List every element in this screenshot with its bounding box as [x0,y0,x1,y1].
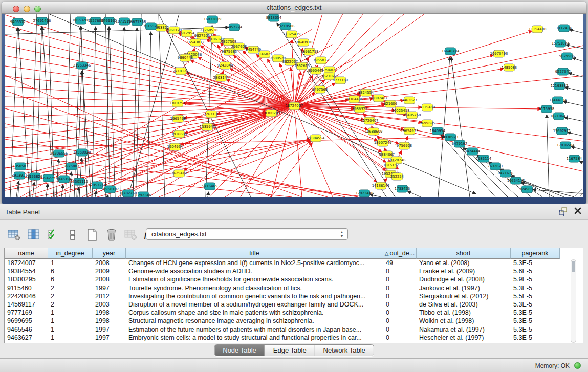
graph-node[interactable]: 1535945 [200,123,215,130]
column-header-year[interactable]: year [93,248,126,259]
graph-node[interactable]: 8813054 [266,14,281,21]
graph-node[interactable]: 2803144 [213,74,229,81]
network-canvas[interactable]: 1872400779638228960128891295422260538982… [5,14,583,197]
graph-node[interactable]: 1965498 [170,115,186,122]
table-selector-dropdown[interactable]: citations_edges.txt ▲▼ [146,228,348,240]
float-panel-icon[interactable] [558,207,568,216]
graph-node[interactable]: 7632621 [488,163,503,170]
graph-node[interactable]: 10654112 [507,177,525,184]
delete-table-icon[interactable] [124,228,138,242]
table-row[interactable]: 969969511998Structural magnetic resonanc… [5,317,583,325]
graph-node[interactable]: 15751074 [552,40,570,47]
graph-node[interactable]: 10653287 [72,17,90,24]
graph-node[interactable]: 1815152 [383,162,399,169]
table-vertical-scrollbar[interactable] [571,259,576,343]
graph-node[interactable]: 1292344 [136,192,151,197]
graph-node[interactable]: 8938923 [443,134,458,141]
graph-node[interactable]: 8115938 [539,105,554,113]
delete-column-icon[interactable] [104,228,119,242]
graph-node[interactable]: 10688609 [365,128,383,135]
table-row[interactable]: 1872400712008Changes of HCN gene express… [5,259,583,267]
graph-node[interactable]: 14136141 [372,182,390,189]
graph-node[interactable]: 3824554 [358,89,374,96]
graph-node[interactable]: 12193832 [551,82,569,90]
graph-node[interactable]: 7955812 [313,57,329,64]
graph-node[interactable]: 10973493 [490,50,508,57]
graph-node[interactable]: 1840954 [430,127,445,135]
graph-node[interactable]: 9245652 [519,186,535,193]
graph-node[interactable]: 6466160 [101,17,117,25]
window-titlebar[interactable]: citations_edges.txt [2,2,586,14]
graph-node[interactable]: 12444134 [549,97,567,104]
table-row[interactable]: 946362711997Embryonic stem cells: a mode… [5,334,583,342]
graph-node[interactable]: 9875685 [222,48,237,55]
graph-node[interactable]: 16646794 [442,48,460,55]
graph-node[interactable]: 9405572 [10,18,26,26]
graph-node[interactable]: 1350501 [13,163,28,170]
graph-node[interactable]: 9529966 [559,53,575,60]
graph-node[interactable]: 3913911 [12,172,27,179]
graph-node[interactable]: 9497568 [312,86,328,93]
graph-node[interactable]: 9777169 [333,77,348,84]
tab-edge-table[interactable]: Edge Table [265,345,315,356]
graph-node[interactable]: 8912954 [179,30,194,37]
graph-node[interactable]: 17016504 [557,142,575,149]
graph-node[interactable]: 9115460 [420,104,435,111]
graph-node[interactable]: 3267130 [204,111,219,118]
graph-node[interactable]: 16782759 [119,190,137,197]
graph-node[interactable]: 7857224 [227,24,242,31]
graph-node[interactable]: 9827505 [194,32,210,39]
graph-node[interactable]: 1112434 [556,25,572,32]
graph-node[interactable]: 20364436 [345,96,363,103]
graph-node[interactable]: 7625419 [171,170,187,177]
table-row[interactable]: 1830029562008Estimation of significance … [5,275,583,283]
scrollbar-thumb[interactable] [572,261,575,272]
table-row[interactable]: 1456911722003Disruption of a novel membe… [5,300,583,309]
canvas-resize-grip[interactable] [575,189,582,196]
graph-node[interactable]: 252254 [390,173,404,180]
graph-node[interactable]: 621606 [384,100,397,107]
graph-node[interactable]: 16033809 [204,16,222,23]
table-row[interactable]: 977716911998Corpus callosum shape and si… [5,309,583,317]
close-panel-icon[interactable] [574,207,583,216]
table-row[interactable]: 911546021997Tourette syndrome. Phenomeno… [5,284,583,292]
table-row[interactable]: 946554611997Estimation of the future num… [5,325,583,334]
column-header-short[interactable]: short [417,248,511,259]
graph-node[interactable]: 15692971 [553,127,571,135]
tab-network-table[interactable]: Network Table [315,345,374,356]
network-view-window[interactable]: citations_edges.txt 18724007796382289601… [2,2,586,204]
column-header-title[interactable]: title [126,248,383,259]
row-height-icon[interactable] [66,228,80,242]
graph-node[interactable]: 1733426 [395,185,410,192]
graph-node[interactable]: 9756928 [397,142,412,149]
column-settings-icon[interactable] [27,228,41,242]
table-row[interactable]: 2242004622012Investigating the contribut… [5,292,583,300]
graph-node[interactable]: 1916688 [171,130,187,138]
graph-node[interactable]: 9975887 [64,163,79,170]
graph-node[interactable]: 9227342 [555,68,571,75]
graph-node[interactable]: 7986322 [352,105,367,113]
graph-node[interactable]: 8990448 [308,67,323,74]
graph-node[interactable]: 1362615 [294,62,310,70]
graph-node[interactable]: 7515526 [143,23,159,30]
column-header-in-degree[interactable]: in_degree [48,248,93,259]
graph-node[interactable]: 1145194 [56,176,72,183]
graph-node[interactable]: 9463627 [402,97,417,104]
column-header-out-de-[interactable]: △out_de... [383,248,417,259]
column-header-pagerank[interactable]: pagerank [511,248,560,259]
graph-node[interactable]: 1810751 [170,100,185,107]
graph-node[interactable]: 16210643 [550,113,568,120]
graph-node[interactable]: 6479197 [452,140,467,147]
select-columns-icon[interactable] [46,228,60,242]
graph-node[interactable]: 19218506 [277,23,295,30]
graph-node[interactable]: 9242848 [217,62,233,69]
graph-node[interactable]: 8471676 [498,170,513,177]
table-row[interactable]: 1938455462009Genome-wide association stu… [5,267,583,275]
graph-node[interactable]: 1604954 [167,143,183,150]
graph-node[interactable]: 9699695 [420,120,435,127]
graph-node[interactable]: 9474444 [465,148,480,155]
graph-node[interactable]: 18640910 [295,39,313,46]
graph-node[interactable]: 1485083 [502,64,517,71]
new-table-icon[interactable] [85,228,99,242]
graph-node[interactable]: 2718126 [173,68,188,75]
